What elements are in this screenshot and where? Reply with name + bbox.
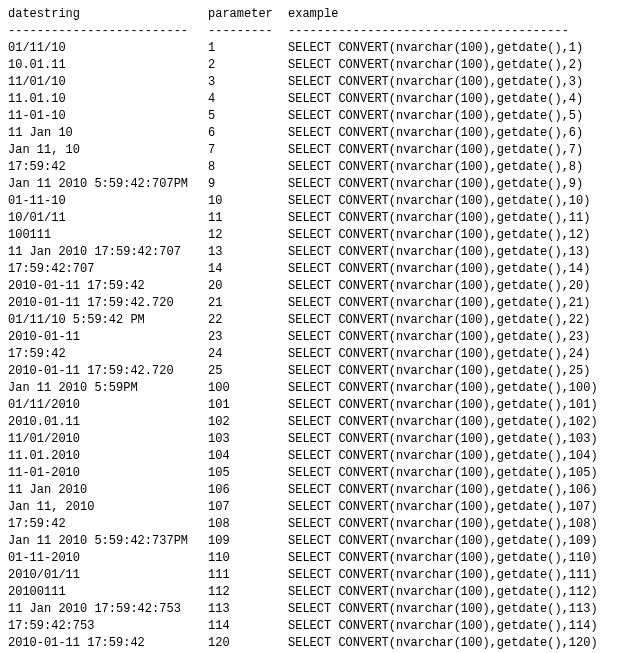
cell-example: SELECT CONVERT(nvarchar(100),getdate(),1… xyxy=(288,227,620,244)
cell-example: SELECT CONVERT(nvarchar(100),getdate(),1… xyxy=(288,584,620,601)
cell-datestring: 11-01-2010 xyxy=(8,465,208,482)
table-row: 17:59:42108SELECT CONVERT(nvarchar(100),… xyxy=(8,516,620,533)
cell-datestring: 11 Jan 10 xyxy=(8,125,208,142)
cell-example: SELECT CONVERT(nvarchar(100),getdate(),9… xyxy=(288,176,620,193)
cell-datestring: 100111 xyxy=(8,227,208,244)
table-row: 10/01/1111SELECT CONVERT(nvarchar(100),g… xyxy=(8,210,620,227)
cell-parameter: 110 xyxy=(208,550,288,567)
table-row: 2010-01-11 17:59:42120SELECT CONVERT(nva… xyxy=(8,635,620,652)
table-row: 11/01/103SELECT CONVERT(nvarchar(100),ge… xyxy=(8,74,620,91)
table-row: 01-11-2010110SELECT CONVERT(nvarchar(100… xyxy=(8,550,620,567)
cell-datestring: 11 Jan 2010 17:59:42:707 xyxy=(8,244,208,261)
cell-parameter: 21 xyxy=(208,295,288,312)
table-row: 2010-01-11 17:59:42.72021SELECT CONVERT(… xyxy=(8,295,620,312)
table-row: 17:59:428SELECT CONVERT(nvarchar(100),ge… xyxy=(8,159,620,176)
cell-example: SELECT CONVERT(nvarchar(100),getdate(),1… xyxy=(288,567,620,584)
cell-parameter: 114 xyxy=(208,618,288,635)
cell-datestring: 10/01/11 xyxy=(8,210,208,227)
table-row: 2010-01-11 17:59:42.72025SELECT CONVERT(… xyxy=(8,363,620,380)
cell-datestring: 17:59:42 xyxy=(8,159,208,176)
divider: --------------------------------------- xyxy=(288,23,620,40)
table-row: 2010.01.11102SELECT CONVERT(nvarchar(100… xyxy=(8,414,620,431)
cell-datestring: Jan 11 2010 5:59:42:707PM xyxy=(8,176,208,193)
cell-parameter: 8 xyxy=(208,159,288,176)
cell-datestring: 17:59:42:707 xyxy=(8,261,208,278)
cell-example: SELECT CONVERT(nvarchar(100),getdate(),1… xyxy=(288,550,620,567)
table-row: 11 Jan 2010 17:59:42:753113SELECT CONVER… xyxy=(8,601,620,618)
header-row: datestring parameter example xyxy=(8,6,620,23)
cell-datestring: 11.01.2010 xyxy=(8,448,208,465)
cell-example: SELECT CONVERT(nvarchar(100),getdate(),1… xyxy=(288,40,620,57)
cell-example: SELECT CONVERT(nvarchar(100),getdate(),1… xyxy=(288,533,620,550)
cell-example: SELECT CONVERT(nvarchar(100),getdate(),1… xyxy=(288,380,620,397)
table-row: 17:59:42:70714SELECT CONVERT(nvarchar(10… xyxy=(8,261,620,278)
cell-parameter: 102 xyxy=(208,414,288,431)
cell-example: SELECT CONVERT(nvarchar(100),getdate(),1… xyxy=(288,261,620,278)
cell-datestring: 11-01-10 xyxy=(8,108,208,125)
cell-datestring: 2010-01-11 17:59:42.720 xyxy=(8,363,208,380)
cell-parameter: 3 xyxy=(208,74,288,91)
divider: --------- xyxy=(208,23,288,40)
cell-datestring: 17:59:42 xyxy=(8,346,208,363)
cell-example: SELECT CONVERT(nvarchar(100),getdate(),1… xyxy=(288,244,620,261)
cell-example: SELECT CONVERT(nvarchar(100),getdate(),1… xyxy=(288,482,620,499)
cell-datestring: 11 Jan 2010 xyxy=(8,482,208,499)
cell-parameter: 113 xyxy=(208,601,288,618)
cell-example: SELECT CONVERT(nvarchar(100),getdate(),1… xyxy=(288,516,620,533)
cell-example: SELECT CONVERT(nvarchar(100),getdate(),1… xyxy=(288,465,620,482)
table-row: 11-01-105SELECT CONVERT(nvarchar(100),ge… xyxy=(8,108,620,125)
cell-example: SELECT CONVERT(nvarchar(100),getdate(),2… xyxy=(288,363,620,380)
cell-example: SELECT CONVERT(nvarchar(100),getdate(),2… xyxy=(288,278,620,295)
cell-parameter: 13 xyxy=(208,244,288,261)
table-row: Jan 11, 107SELECT CONVERT(nvarchar(100),… xyxy=(8,142,620,159)
cell-parameter: 100 xyxy=(208,380,288,397)
cell-datestring: 2010-01-11 17:59:42 xyxy=(8,278,208,295)
table-row: 01-11-1010SELECT CONVERT(nvarchar(100),g… xyxy=(8,193,620,210)
cell-datestring: Jan 11, 10 xyxy=(8,142,208,159)
cell-example: SELECT CONVERT(nvarchar(100),getdate(),1… xyxy=(288,499,620,516)
cell-parameter: 22 xyxy=(208,312,288,329)
table-row: Jan 11 2010 5:59:42:707PM9SELECT CONVERT… xyxy=(8,176,620,193)
cell-datestring: 01-11-2010 xyxy=(8,550,208,567)
cell-example: SELECT CONVERT(nvarchar(100),getdate(),5… xyxy=(288,108,620,125)
cell-parameter: 101 xyxy=(208,397,288,414)
table-row: 2010/01/11111SELECT CONVERT(nvarchar(100… xyxy=(8,567,620,584)
cell-example: SELECT CONVERT(nvarchar(100),getdate(),6… xyxy=(288,125,620,142)
cell-example: SELECT CONVERT(nvarchar(100),getdate(),3… xyxy=(288,74,620,91)
table-row: 17:59:4224SELECT CONVERT(nvarchar(100),g… xyxy=(8,346,620,363)
cell-example: SELECT CONVERT(nvarchar(100),getdate(),1… xyxy=(288,210,620,227)
table-row: 11.01.104SELECT CONVERT(nvarchar(100),ge… xyxy=(8,91,620,108)
cell-parameter: 1 xyxy=(208,40,288,57)
cell-parameter: 9 xyxy=(208,176,288,193)
cell-parameter: 105 xyxy=(208,465,288,482)
cell-parameter: 24 xyxy=(208,346,288,363)
cell-parameter: 111 xyxy=(208,567,288,584)
table-row: 11 Jan 2010 17:59:42:70713SELECT CONVERT… xyxy=(8,244,620,261)
table-row: 10011112SELECT CONVERT(nvarchar(100),get… xyxy=(8,227,620,244)
cell-example: SELECT CONVERT(nvarchar(100),getdate(),1… xyxy=(288,601,620,618)
table-row: 11 Jan 106SELECT CONVERT(nvarchar(100),g… xyxy=(8,125,620,142)
table-row: 11.01.2010104SELECT CONVERT(nvarchar(100… xyxy=(8,448,620,465)
cell-parameter: 2 xyxy=(208,57,288,74)
cell-parameter: 104 xyxy=(208,448,288,465)
cell-parameter: 23 xyxy=(208,329,288,346)
table-row: 01/11/2010101SELECT CONVERT(nvarchar(100… xyxy=(8,397,620,414)
cell-example: SELECT CONVERT(nvarchar(100),getdate(),1… xyxy=(288,635,620,652)
cell-datestring: 2010/01/11 xyxy=(8,567,208,584)
cell-datestring: 01/11/2010 xyxy=(8,397,208,414)
cell-example: SELECT CONVERT(nvarchar(100),getdate(),2… xyxy=(288,57,620,74)
cell-parameter: 4 xyxy=(208,91,288,108)
sql-convert-table: datestring parameter example -----------… xyxy=(8,6,620,653)
cell-datestring: 11/01/2010 xyxy=(8,431,208,448)
table-row: 2010-01-11 17:59:4220SELECT CONVERT(nvar… xyxy=(8,278,620,295)
table-row: 11 Jan 2010106SELECT CONVERT(nvarchar(10… xyxy=(8,482,620,499)
cell-datestring: 01/11/10 xyxy=(8,40,208,57)
cell-parameter: 7 xyxy=(208,142,288,159)
cell-example: SELECT CONVERT(nvarchar(100),getdate(),1… xyxy=(288,618,620,635)
cell-example: SELECT CONVERT(nvarchar(100),getdate(),2… xyxy=(288,312,620,329)
cell-datestring: 11/01/10 xyxy=(8,74,208,91)
header-example: example xyxy=(288,6,620,23)
cell-parameter: 103 xyxy=(208,431,288,448)
header-parameter: parameter xyxy=(208,6,288,23)
cell-parameter: 108 xyxy=(208,516,288,533)
